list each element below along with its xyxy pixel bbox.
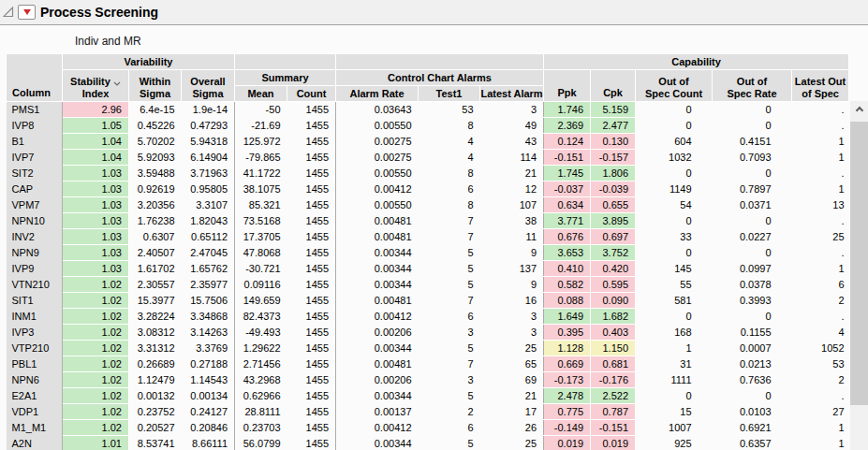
cell-cpk[interactable]: -0.157 — [591, 150, 636, 166]
cell-ppk[interactable]: -0.037 — [544, 181, 591, 197]
cell-oosr[interactable]: 0.7636 — [713, 372, 792, 388]
cell-si[interactable]: 1.02 — [63, 388, 129, 404]
cell-latest[interactable]: 9 — [480, 245, 544, 261]
cell-within[interactable]: 0.00132 — [129, 388, 182, 404]
mean-header[interactable]: Mean — [235, 86, 287, 102]
cell-oosc[interactable]: 15 — [636, 404, 713, 420]
cell-mean[interactable]: -49.493 — [235, 325, 287, 341]
cell-count[interactable]: 1455 — [287, 356, 336, 372]
cell-ppk[interactable]: 2.478 — [544, 388, 591, 404]
cell-count[interactable]: 1455 — [287, 150, 336, 166]
cell-ppk[interactable]: 1.745 — [544, 166, 591, 181]
cell-ppk[interactable]: 2.369 — [544, 118, 591, 134]
cell-loos[interactable]: 27 — [792, 404, 849, 420]
table-row[interactable]: VTN2101.022.305572.359770.0911614550.003… — [7, 277, 849, 293]
cell-mean[interactable]: 41.1722 — [235, 166, 287, 181]
cell-cpk[interactable]: 0.090 — [591, 293, 636, 309]
cell-test1[interactable]: 2 — [419, 404, 480, 420]
cell-oosr[interactable]: 0.0997 — [713, 261, 792, 277]
cell-mean[interactable]: 38.1075 — [235, 181, 287, 197]
cell-within[interactable]: 5.92093 — [129, 150, 182, 166]
cell-count[interactable]: 1455 — [287, 166, 336, 181]
red-triangle-menu-button[interactable] — [18, 5, 36, 20]
cell-rate[interactable]: 0.00137 — [336, 404, 419, 420]
cell-overall[interactable]: 0.27188 — [182, 356, 235, 372]
cell-loos[interactable]: 2 — [792, 372, 849, 388]
cell-oosc[interactable]: 1 — [636, 341, 713, 356]
cell-ppk[interactable]: 3.771 — [544, 213, 591, 229]
cell-si[interactable]: 1.02 — [63, 420, 129, 436]
cell-loos[interactable]: 2 — [792, 293, 849, 309]
cell-cpk[interactable]: 0.403 — [591, 325, 636, 341]
cell-oosc[interactable]: 1149 — [636, 181, 713, 197]
disclosure-triangle-icon[interactable] — [2, 6, 15, 19]
cell-rate[interactable]: 0.00550 — [336, 197, 419, 213]
cell-oosr[interactable]: 0.0007 — [713, 341, 792, 356]
cell-within[interactable]: 3.28224 — [129, 309, 182, 325]
cell-name[interactable]: IVP8 — [7, 118, 63, 134]
cell-oosr[interactable]: 0 — [713, 118, 792, 134]
cell-oosc[interactable]: 0 — [636, 388, 713, 404]
stability-index-header[interactable]: Stability Index — [63, 70, 129, 102]
cell-test1[interactable]: 5 — [419, 341, 480, 356]
table-row[interactable]: PBL11.020.266890.271882.7145614550.00481… — [7, 356, 849, 372]
cell-overall[interactable]: 1.14543 — [182, 372, 235, 388]
alarm-rate-header[interactable]: Alarm Rate — [336, 86, 419, 102]
cell-rate[interactable]: 0.00344 — [336, 261, 419, 277]
cell-count[interactable]: 1455 — [287, 293, 336, 309]
cell-within[interactable]: 2.40507 — [129, 245, 182, 261]
cell-cpk[interactable]: 3.895 — [591, 213, 636, 229]
cell-latest[interactable]: 21 — [480, 166, 544, 181]
cell-rate[interactable]: 0.00481 — [336, 229, 419, 245]
cell-oosc[interactable]: 0 — [636, 309, 713, 325]
cell-name[interactable]: B1 — [7, 134, 63, 150]
cell-ppk[interactable]: 1.746 — [544, 102, 591, 118]
table-row[interactable]: PMS12.966.4e-151.9e-14-5014550.036435331… — [7, 102, 849, 118]
cell-latest[interactable]: 21 — [480, 388, 544, 404]
cell-oosr[interactable]: 0.0103 — [713, 404, 792, 420]
cell-rate[interactable]: 0.00344 — [336, 341, 419, 356]
cell-rate[interactable]: 0.00344 — [336, 245, 419, 261]
cell-oosc[interactable]: 604 — [636, 134, 713, 150]
cell-oosc[interactable]: 1032 — [636, 150, 713, 166]
cell-within[interactable]: 0.26689 — [129, 356, 182, 372]
cell-name[interactable]: NPN10 — [7, 213, 63, 229]
cell-count[interactable]: 1455 — [287, 261, 336, 277]
cell-test1[interactable]: 53 — [419, 102, 480, 118]
cell-within[interactable]: 0.45226 — [129, 118, 182, 134]
cell-mean[interactable]: 149.659 — [235, 293, 287, 309]
cell-ppk[interactable]: -0.151 — [544, 150, 591, 166]
cell-cpk[interactable]: 0.681 — [591, 356, 636, 372]
cell-mean[interactable]: 125.972 — [235, 134, 287, 150]
cell-mean[interactable]: 17.3705 — [235, 229, 287, 245]
cell-si[interactable]: 1.01 — [63, 436, 129, 450]
cell-name[interactable]: NPN6 — [7, 372, 63, 388]
cell-latest[interactable]: 26 — [480, 420, 544, 436]
cell-si[interactable]: 1.02 — [63, 293, 129, 309]
cell-loos[interactable]: . — [792, 102, 849, 118]
cell-oosc[interactable]: 31 — [636, 356, 713, 372]
cell-si[interactable]: 1.02 — [63, 325, 129, 341]
cell-name[interactable]: VTP210 — [7, 341, 63, 356]
cell-name[interactable]: PBL1 — [7, 356, 63, 372]
cell-ppk[interactable]: -0.149 — [544, 420, 591, 436]
count-header[interactable]: Count — [287, 86, 336, 102]
cell-cpk[interactable]: 0.019 — [591, 436, 636, 450]
cell-oosr[interactable]: 0 — [713, 166, 792, 181]
within-sigma-header[interactable]: WithinSigma — [129, 70, 182, 102]
cell-rate[interactable]: 0.00481 — [336, 213, 419, 229]
cell-loos[interactable]: 4 — [792, 325, 849, 341]
cell-loos[interactable]: 25 — [792, 229, 849, 245]
table-row[interactable]: NPN101.031.762381.8204373.516814550.0048… — [7, 213, 849, 229]
cell-loos[interactable]: 1052 — [792, 341, 849, 356]
cell-loos[interactable]: . — [792, 213, 849, 229]
cell-name[interactable]: M1_M1 — [7, 420, 63, 436]
cell-si[interactable]: 1.02 — [63, 277, 129, 293]
cell-oosr[interactable]: 0 — [713, 309, 792, 325]
cell-overall[interactable]: 8.66111 — [182, 436, 235, 450]
cell-loos[interactable]: . — [792, 166, 849, 181]
cell-test1[interactable]: 7 — [419, 356, 480, 372]
cell-overall[interactable]: 0.20846 — [182, 420, 235, 436]
vertical-scrollbar[interactable] — [850, 101, 868, 450]
test1-header[interactable]: Test1 — [419, 86, 480, 102]
